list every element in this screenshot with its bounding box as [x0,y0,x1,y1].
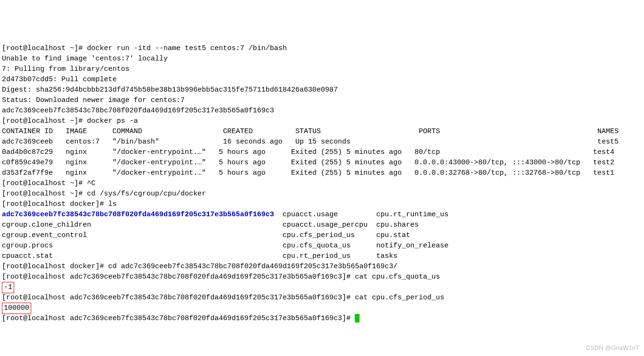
command: docker run -itd --name test5 centos:7 /b… [87,44,287,52]
cursor-icon [355,314,360,322]
ls-directory: adc7c369ceeb7fc38543c78bc708f020fda469d1… [2,211,274,219]
prompt: [root@localhost ~]# [2,117,87,125]
watermark: CSDN @GnaW1nT [586,343,639,353]
prompt: [root@localhost docker]# [2,263,108,271]
table-row: adc7c369ceeb centos:7 "/bin/bash" 16 sec… [2,138,618,146]
ls-row: cgroup.clone_children cpuacct.usage_perc… [2,221,419,229]
output-line: adc7c369ceeb7fc38543c78bc708f020fda469d1… [2,107,274,115]
output-line: Status: Downloaded newer image for cento… [2,96,185,104]
ls-row: cgroup.procs cpu.cfs_quota_us notify_on_… [2,242,448,250]
prompt: [root@localhost adc7c369ceeb7fc38543c78b… [2,273,355,281]
output-line: 2d473b07cdd5: Pull complete [2,76,117,84]
output-line: Unable to find image 'centos:7' locally [2,55,168,63]
prompt: [root@localhost adc7c369ceeb7fc38543c78b… [2,294,355,302]
highlighted-output: -1 [2,282,14,293]
command: cd /sys/fs/cgroup/cpu/docker [87,190,206,198]
ls-row: cgroup.event_control cpu.cfs_period_us c… [2,231,410,239]
prompt: [root@localhost adc7c369ceeb7fc38543c78b… [2,314,355,322]
command: ls [108,200,117,208]
terminal-output[interactable]: [root@localhost ~]# docker run -itd --na… [2,43,642,324]
table-row: c0f859c49e79 nginx "/docker-entrypoint.…… [2,159,614,167]
table-row: 0ad4b0c87c29 nginx "/docker-entrypoint.…… [2,148,614,156]
command: cd adc7c369ceeb7fc38543c78bc708f020fda46… [108,263,397,271]
ls-files: cpuacct.usage cpu.rt_runtime_us [274,211,448,219]
prompt: [root@localhost ~]# [2,179,87,187]
command: docker ps -a [87,117,138,125]
command: ^C [87,179,95,187]
prompt: [root@localhost docker]# [2,200,108,208]
table-row: d353f2af7f9e nginx "/docker-entrypoint.…… [2,169,614,177]
ls-row: cpuacct.stat cpu.rt_period_us tasks [2,252,397,260]
output-line: 7: Pulling from library/centos [2,65,129,73]
command: cat cpu.cfs_period_us [355,294,444,302]
highlighted-output: 100000 [2,303,31,314]
table-header: CONTAINER ID IMAGE COMMAND CREATED STATU… [2,127,618,136]
prompt: [root@localhost ~]# [2,44,87,52]
output-line: Digest: sha256:9d4bcbbb213dfd745b58be38b… [2,86,338,94]
command: cat cpu.cfs_quota_us [355,273,440,281]
prompt: [root@localhost ~]# [2,190,87,198]
